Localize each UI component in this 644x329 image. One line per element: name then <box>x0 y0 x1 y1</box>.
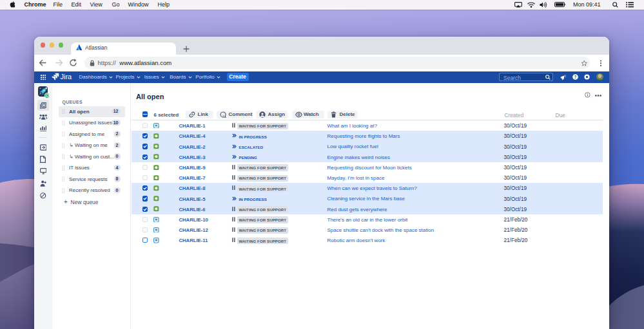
svg-text:?: ? <box>574 75 576 79</box>
